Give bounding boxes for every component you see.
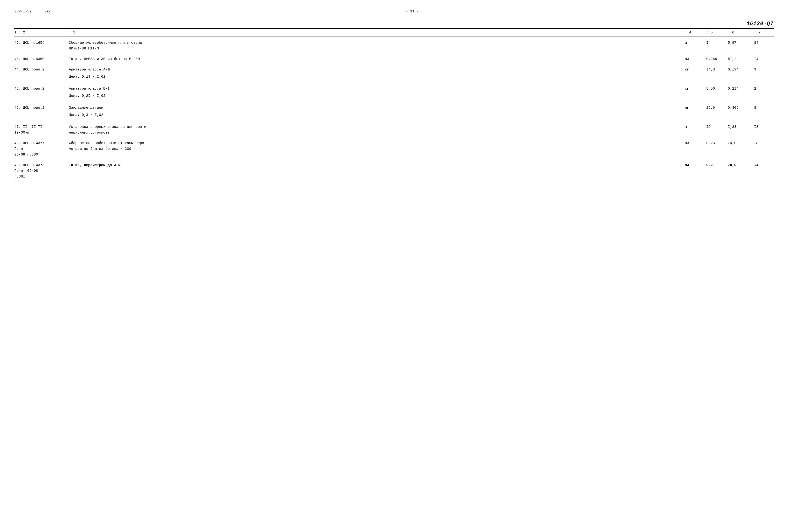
page-number: - 11 - <box>406 9 419 14</box>
col5-cell: I4 <box>704 40 726 52</box>
col7-cell: I4 <box>752 56 774 62</box>
sub-row: Цена: 0,3 х I,02 <box>14 112 774 121</box>
unit-cell: м3 <box>683 162 704 180</box>
sub-desc: Цена: 0,19 х I,02 <box>67 74 683 80</box>
desc-cell: Сборные железобетонные плиты серии ПК-01… <box>67 40 683 52</box>
table-row: 47. II-47I-7I I9-30-м Установка опорных … <box>14 121 774 137</box>
col5-cell: IO <box>704 124 726 136</box>
stamp-area: 16120·Q7 <box>14 21 774 27</box>
col6-cell: 70,0 <box>726 162 752 180</box>
doc-number: 902-I-52 <box>14 9 32 14</box>
col-header-1: I : 2 <box>14 30 67 35</box>
ref-cell: 44. ЦСЦ прил.2 <box>14 67 67 73</box>
col7-cell: 2 <box>752 86 774 92</box>
col5-cell: 25,6 <box>704 105 726 111</box>
table-row: 48. ЦСЦ п.4377 Пр-нт 06-08 п.380 Сборные… <box>14 137 774 159</box>
col6-cell: I,83 <box>726 124 752 136</box>
unit-cell: м3 <box>683 56 704 62</box>
table-body: 42. ЦСЦ п.1654 Сборные железобетонные пл… <box>14 37 774 181</box>
column-header-row: I : 2 : 3 : 4 : 5 : 6 : 7 <box>14 28 774 37</box>
sub-desc: Цена: 0,3 х I,02 <box>67 112 683 118</box>
ref-cell: 49. ЦСЦ п.4378 Пр-нт 06-08 п.38I <box>14 162 67 180</box>
doc-variant: /X/ <box>44 9 51 14</box>
ref-cell: 47. II-47I-7I I9-30-м <box>14 124 67 136</box>
col7-cell: 8 <box>752 105 774 111</box>
desc-cell: Арматура класса А-Ш <box>67 67 683 73</box>
sub-row: Цена: 0,2I х I,02 <box>14 93 774 102</box>
col5-cell: 8,56 <box>704 86 726 92</box>
col6-cell: 5I,2 <box>726 56 752 62</box>
col6-cell: 0,I94 <box>726 67 752 73</box>
unit-cell: шт <box>683 124 704 136</box>
unit-cell: кг <box>683 86 704 92</box>
sub-desc: Цена: 0,2I х I,02 <box>67 93 683 99</box>
col-header-2: : 3 <box>67 30 683 35</box>
ref-cell: 42. ЦСЦ п.1654 <box>14 40 67 52</box>
stamp: 16120·Q7 <box>746 21 774 27</box>
table-row: 43. ЦКЦ п.4350- То же, ПЖЕЗА и ЗБ из бет… <box>14 53 774 64</box>
unit-cell: нг <box>683 105 704 111</box>
col7-cell: 3 <box>752 67 774 73</box>
col7-cell: I8 <box>752 141 774 158</box>
col6-cell: 5,97 <box>726 40 752 52</box>
page-header: 902-I-52 /X/ - 11 - <box>14 9 774 14</box>
desc-cell: Арматура класса В-I <box>67 86 683 92</box>
col-header-5: : 6 <box>726 30 752 35</box>
desc-cell: Установка опорных стаканов для венти- ля… <box>67 124 683 136</box>
ref-cell: 45. ЦСЦ прил.2 <box>14 86 67 92</box>
col-header-3: : 4 <box>683 30 704 35</box>
unit-cell: м3 <box>683 141 704 158</box>
desc-cell: То же, периметром до 3 м <box>67 162 683 180</box>
ref-cell: 43. ЦКЦ п.4350- <box>14 56 67 62</box>
col5-cell: 0,2 <box>704 162 726 180</box>
col6-cell: 0,306 <box>726 105 752 111</box>
doc-info: 902-I-52 /X/ <box>14 9 51 14</box>
ref-cell: 46. ЦСЦ прил.2 <box>14 105 67 111</box>
main-table: I : 2 : 3 : 4 : 5 : 6 : 7 42. ЦСЦ п.1654… <box>14 28 774 181</box>
table-row: 46. ЦСЦ прил.2 Закладные детали нг 25,6 … <box>14 102 774 112</box>
table-row: 45. ЦСЦ прил.2 Арматура класса В-I кг 8,… <box>14 83 774 93</box>
col-header-6: : 7 <box>752 30 774 35</box>
col5-cell: I4,8 <box>704 67 726 73</box>
col-header-4: : 5 <box>704 30 726 35</box>
unit-cell: шт <box>683 40 704 52</box>
table-row: 44. ЦСЦ прил.2 Арматура класса А-Ш кг I4… <box>14 64 774 74</box>
unit-cell: кг <box>683 67 704 73</box>
sub-row: Цена: 0,19 х I,02 <box>14 74 774 83</box>
ref-cell: 48. ЦСЦ п.4377 Пр-нт 06-08 п.380 <box>14 141 67 158</box>
desc-cell: Сборные железобетонные стаканы пери- мет… <box>67 141 683 158</box>
desc-cell: Закладные детали <box>67 105 683 111</box>
col5-cell: 0,23 <box>704 141 726 158</box>
col5-cell: 0,268 <box>704 56 726 62</box>
col7-cell: I8 <box>752 124 774 136</box>
col6-cell: 79,0 <box>726 141 752 158</box>
desc-cell: То же, ПЖЕЗА и ЗБ из бетона М-200 <box>67 56 683 62</box>
col6-cell: 0,2I4 <box>726 86 752 92</box>
col7-cell: I4 <box>752 162 774 180</box>
col7-cell: 84 <box>752 40 774 52</box>
table-row: 49. ЦСЦ п.4378 Пр-нт 06-08 п.38I То же, … <box>14 159 774 181</box>
table-row: 42. ЦСЦ п.1654 Сборные железобетонные пл… <box>14 37 774 53</box>
